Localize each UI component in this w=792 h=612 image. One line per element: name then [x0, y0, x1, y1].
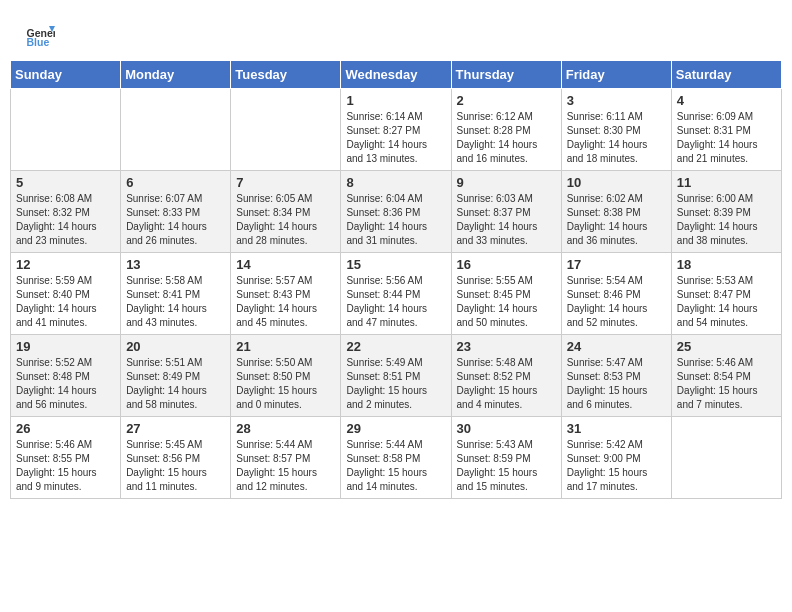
calendar-day-cell: 23Sunrise: 5:48 AM Sunset: 8:52 PM Dayli…	[451, 335, 561, 417]
day-number: 2	[457, 93, 556, 108]
day-number: 19	[16, 339, 115, 354]
day-info: Sunrise: 5:44 AM Sunset: 8:58 PM Dayligh…	[346, 438, 445, 494]
day-info: Sunrise: 5:50 AM Sunset: 8:50 PM Dayligh…	[236, 356, 335, 412]
calendar-week-row: 5Sunrise: 6:08 AM Sunset: 8:32 PM Daylig…	[11, 171, 782, 253]
day-number: 4	[677, 93, 776, 108]
calendar-week-row: 19Sunrise: 5:52 AM Sunset: 8:48 PM Dayli…	[11, 335, 782, 417]
day-number: 31	[567, 421, 666, 436]
day-of-week-header: Thursday	[451, 61, 561, 89]
calendar-day-cell: 1Sunrise: 6:14 AM Sunset: 8:27 PM Daylig…	[341, 89, 451, 171]
day-number: 13	[126, 257, 225, 272]
day-info: Sunrise: 5:46 AM Sunset: 8:55 PM Dayligh…	[16, 438, 115, 494]
day-number: 23	[457, 339, 556, 354]
day-info: Sunrise: 6:08 AM Sunset: 8:32 PM Dayligh…	[16, 192, 115, 248]
calendar-day-cell	[231, 89, 341, 171]
calendar-day-cell	[121, 89, 231, 171]
day-info: Sunrise: 5:51 AM Sunset: 8:49 PM Dayligh…	[126, 356, 225, 412]
day-number: 24	[567, 339, 666, 354]
day-info: Sunrise: 5:58 AM Sunset: 8:41 PM Dayligh…	[126, 274, 225, 330]
day-info: Sunrise: 5:48 AM Sunset: 8:52 PM Dayligh…	[457, 356, 556, 412]
day-number: 10	[567, 175, 666, 190]
calendar-day-cell: 14Sunrise: 5:57 AM Sunset: 8:43 PM Dayli…	[231, 253, 341, 335]
day-number: 15	[346, 257, 445, 272]
day-number: 17	[567, 257, 666, 272]
calendar-day-cell: 3Sunrise: 6:11 AM Sunset: 8:30 PM Daylig…	[561, 89, 671, 171]
calendar-day-cell: 30Sunrise: 5:43 AM Sunset: 8:59 PM Dayli…	[451, 417, 561, 499]
day-number: 7	[236, 175, 335, 190]
day-info: Sunrise: 5:52 AM Sunset: 8:48 PM Dayligh…	[16, 356, 115, 412]
calendar-day-cell: 18Sunrise: 5:53 AM Sunset: 8:47 PM Dayli…	[671, 253, 781, 335]
calendar-day-cell: 31Sunrise: 5:42 AM Sunset: 9:00 PM Dayli…	[561, 417, 671, 499]
calendar-header-row: SundayMondayTuesdayWednesdayThursdayFrid…	[11, 61, 782, 89]
calendar-day-cell	[11, 89, 121, 171]
calendar-day-cell: 28Sunrise: 5:44 AM Sunset: 8:57 PM Dayli…	[231, 417, 341, 499]
day-number: 9	[457, 175, 556, 190]
day-info: Sunrise: 6:02 AM Sunset: 8:38 PM Dayligh…	[567, 192, 666, 248]
day-number: 26	[16, 421, 115, 436]
day-info: Sunrise: 5:54 AM Sunset: 8:46 PM Dayligh…	[567, 274, 666, 330]
day-number: 11	[677, 175, 776, 190]
day-info: Sunrise: 6:05 AM Sunset: 8:34 PM Dayligh…	[236, 192, 335, 248]
day-of-week-header: Sunday	[11, 61, 121, 89]
calendar-day-cell: 21Sunrise: 5:50 AM Sunset: 8:50 PM Dayli…	[231, 335, 341, 417]
day-info: Sunrise: 5:49 AM Sunset: 8:51 PM Dayligh…	[346, 356, 445, 412]
calendar-week-row: 12Sunrise: 5:59 AM Sunset: 8:40 PM Dayli…	[11, 253, 782, 335]
day-number: 3	[567, 93, 666, 108]
day-number: 18	[677, 257, 776, 272]
day-of-week-header: Friday	[561, 61, 671, 89]
calendar-week-row: 1Sunrise: 6:14 AM Sunset: 8:27 PM Daylig…	[11, 89, 782, 171]
day-number: 30	[457, 421, 556, 436]
calendar-day-cell: 15Sunrise: 5:56 AM Sunset: 8:44 PM Dayli…	[341, 253, 451, 335]
day-info: Sunrise: 5:53 AM Sunset: 8:47 PM Dayligh…	[677, 274, 776, 330]
day-of-week-header: Monday	[121, 61, 231, 89]
day-number: 20	[126, 339, 225, 354]
day-info: Sunrise: 6:00 AM Sunset: 8:39 PM Dayligh…	[677, 192, 776, 248]
calendar-day-cell: 22Sunrise: 5:49 AM Sunset: 8:51 PM Dayli…	[341, 335, 451, 417]
day-number: 16	[457, 257, 556, 272]
day-info: Sunrise: 5:57 AM Sunset: 8:43 PM Dayligh…	[236, 274, 335, 330]
day-info: Sunrise: 6:12 AM Sunset: 8:28 PM Dayligh…	[457, 110, 556, 166]
day-info: Sunrise: 5:55 AM Sunset: 8:45 PM Dayligh…	[457, 274, 556, 330]
calendar-day-cell: 11Sunrise: 6:00 AM Sunset: 8:39 PM Dayli…	[671, 171, 781, 253]
calendar-day-cell: 8Sunrise: 6:04 AM Sunset: 8:36 PM Daylig…	[341, 171, 451, 253]
day-of-week-header: Tuesday	[231, 61, 341, 89]
day-number: 14	[236, 257, 335, 272]
calendar-day-cell: 26Sunrise: 5:46 AM Sunset: 8:55 PM Dayli…	[11, 417, 121, 499]
page-header: General Blue	[10, 10, 782, 55]
calendar-day-cell: 13Sunrise: 5:58 AM Sunset: 8:41 PM Dayli…	[121, 253, 231, 335]
day-info: Sunrise: 6:11 AM Sunset: 8:30 PM Dayligh…	[567, 110, 666, 166]
day-info: Sunrise: 6:07 AM Sunset: 8:33 PM Dayligh…	[126, 192, 225, 248]
day-number: 1	[346, 93, 445, 108]
day-number: 6	[126, 175, 225, 190]
calendar-day-cell: 17Sunrise: 5:54 AM Sunset: 8:46 PM Dayli…	[561, 253, 671, 335]
calendar-day-cell: 10Sunrise: 6:02 AM Sunset: 8:38 PM Dayli…	[561, 171, 671, 253]
day-number: 27	[126, 421, 225, 436]
calendar-day-cell: 2Sunrise: 6:12 AM Sunset: 8:28 PM Daylig…	[451, 89, 561, 171]
day-number: 21	[236, 339, 335, 354]
calendar-day-cell: 12Sunrise: 5:59 AM Sunset: 8:40 PM Dayli…	[11, 253, 121, 335]
day-info: Sunrise: 5:42 AM Sunset: 9:00 PM Dayligh…	[567, 438, 666, 494]
day-info: Sunrise: 5:43 AM Sunset: 8:59 PM Dayligh…	[457, 438, 556, 494]
calendar-day-cell: 25Sunrise: 5:46 AM Sunset: 8:54 PM Dayli…	[671, 335, 781, 417]
calendar-day-cell: 4Sunrise: 6:09 AM Sunset: 8:31 PM Daylig…	[671, 89, 781, 171]
day-info: Sunrise: 6:03 AM Sunset: 8:37 PM Dayligh…	[457, 192, 556, 248]
calendar-day-cell: 7Sunrise: 6:05 AM Sunset: 8:34 PM Daylig…	[231, 171, 341, 253]
logo: General Blue	[25, 20, 59, 50]
calendar-day-cell: 5Sunrise: 6:08 AM Sunset: 8:32 PM Daylig…	[11, 171, 121, 253]
calendar-day-cell: 6Sunrise: 6:07 AM Sunset: 8:33 PM Daylig…	[121, 171, 231, 253]
calendar-table: SundayMondayTuesdayWednesdayThursdayFrid…	[10, 60, 782, 499]
day-info: Sunrise: 5:59 AM Sunset: 8:40 PM Dayligh…	[16, 274, 115, 330]
day-number: 8	[346, 175, 445, 190]
day-of-week-header: Saturday	[671, 61, 781, 89]
day-number: 22	[346, 339, 445, 354]
day-info: Sunrise: 5:45 AM Sunset: 8:56 PM Dayligh…	[126, 438, 225, 494]
day-of-week-header: Wednesday	[341, 61, 451, 89]
day-number: 29	[346, 421, 445, 436]
day-number: 25	[677, 339, 776, 354]
calendar-day-cell: 24Sunrise: 5:47 AM Sunset: 8:53 PM Dayli…	[561, 335, 671, 417]
calendar-day-cell: 19Sunrise: 5:52 AM Sunset: 8:48 PM Dayli…	[11, 335, 121, 417]
svg-text:Blue: Blue	[27, 36, 50, 48]
calendar-day-cell: 27Sunrise: 5:45 AM Sunset: 8:56 PM Dayli…	[121, 417, 231, 499]
calendar-day-cell: 9Sunrise: 6:03 AM Sunset: 8:37 PM Daylig…	[451, 171, 561, 253]
calendar-day-cell: 20Sunrise: 5:51 AM Sunset: 8:49 PM Dayli…	[121, 335, 231, 417]
